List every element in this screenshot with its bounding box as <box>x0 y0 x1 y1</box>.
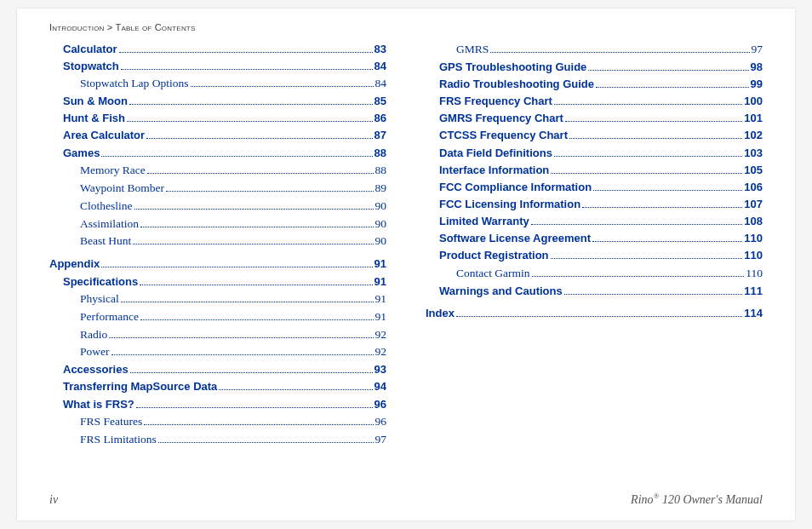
toc-label: GMRS Frequency Chart <box>439 110 563 127</box>
toc-page-number: 97 <box>375 431 387 449</box>
toc-entry[interactable]: Calculator83 <box>49 41 386 58</box>
toc-entry[interactable]: Clothesline90 <box>49 198 386 216</box>
toc-entry[interactable]: Interface Information105 <box>426 162 763 179</box>
document-page: Introduction > Table of Contents Calcula… <box>17 9 795 520</box>
toc-label: Beast Hunt <box>80 233 131 250</box>
breadcrumb: Introduction > Table of Contents <box>49 22 763 32</box>
toc-page-number: 106 <box>744 179 763 196</box>
toc-label: Hunt & Fish <box>63 110 125 127</box>
toc-entry[interactable]: Memory Race88 <box>49 162 386 180</box>
toc-entry[interactable]: Power92 <box>49 343 386 361</box>
toc-page-number: 83 <box>375 41 386 58</box>
toc-label: Warnings and Cautions <box>439 283 563 300</box>
toc-entry[interactable]: Warnings and Cautions111 <box>426 283 763 300</box>
toc-leader-dots <box>191 86 374 87</box>
toc-leader-dots <box>146 138 372 139</box>
toc-entry[interactable]: FRS Limitations97 <box>49 431 386 449</box>
toc-entry[interactable]: What is FRS?96 <box>49 396 386 413</box>
toc-page-number: 86 <box>375 110 386 127</box>
toc-leader-dots <box>490 52 749 53</box>
breadcrumb-section: Introduction <box>49 22 105 32</box>
toc-entry[interactable]: Accessories93 <box>49 361 386 378</box>
toc-label: What is FRS? <box>63 396 134 413</box>
toc-label: Specifications <box>63 273 138 290</box>
toc-leader-dots <box>121 69 373 70</box>
toc-entry[interactable]: Limited Warranty108 <box>426 213 763 230</box>
toc-label: Waypoint Bomber <box>80 180 164 198</box>
toc-entry[interactable]: Appendix91 <box>49 256 386 273</box>
toc-page-number: 91 <box>375 308 387 326</box>
toc-page-number: 88 <box>375 145 386 162</box>
toc-entry[interactable]: GMRS Frequency Chart101 <box>426 110 763 127</box>
toc-leader-dots <box>531 224 743 225</box>
toc-label: Area Calculator <box>63 127 145 144</box>
toc-page-number: 98 <box>751 59 763 76</box>
toc-page-number: 110 <box>744 230 763 247</box>
toc-page-number: 97 <box>752 41 763 59</box>
toc-label: Physical <box>80 290 119 308</box>
toc-entry[interactable]: FCC Compliance Information106 <box>426 179 763 196</box>
toc-entry[interactable]: FRS Frequency Chart100 <box>426 93 763 110</box>
toc-entry[interactable]: Assimilation90 <box>49 216 386 233</box>
toc-entry[interactable]: Data Field Definitions103 <box>426 145 763 162</box>
toc-entry[interactable]: Area Calculator87 <box>49 127 386 144</box>
toc-leader-dots <box>134 209 374 210</box>
toc-page-number: 92 <box>375 326 387 344</box>
toc-leader-dots <box>564 294 743 295</box>
toc-label: Product Registration <box>439 247 549 264</box>
toc-leader-dots <box>130 372 373 373</box>
toc-entry[interactable]: Hunt & Fish86 <box>49 110 386 127</box>
toc-entry[interactable]: FCC Licensing Information107 <box>426 196 763 213</box>
toc-entry[interactable]: CTCSS Frequency Chart102 <box>426 127 763 144</box>
toc-entry[interactable]: Stopwatch Lap Options84 <box>49 75 386 93</box>
toc-entry[interactable]: Index114 <box>426 305 763 322</box>
toc-page-number: 111 <box>744 283 763 300</box>
toc-page-number: 110 <box>746 265 763 283</box>
toc-page-number: 114 <box>744 305 763 322</box>
toc-label: FRS Features <box>80 413 142 431</box>
toc-page-number: 91 <box>375 273 386 290</box>
toc-leader-dots <box>140 227 373 227</box>
toc-page-number: 94 <box>375 378 386 395</box>
toc-entry[interactable]: GMRS97 <box>426 41 763 59</box>
toc-page-number: 90 <box>375 233 387 250</box>
toc-entry[interactable]: Sun & Moon85 <box>49 93 386 110</box>
toc-leader-dots <box>121 302 374 302</box>
toc-leader-dots <box>219 389 372 390</box>
toc-entry[interactable]: Beast Hunt90 <box>49 233 386 250</box>
toc-label: Accessories <box>63 361 129 378</box>
toc-leader-dots <box>569 138 742 139</box>
toc-entry[interactable]: GPS Troubleshooting Guide98 <box>426 59 763 76</box>
toc-leader-dots <box>554 156 742 157</box>
toc-entry[interactable]: Radio92 <box>49 326 386 344</box>
toc-leader-dots <box>592 241 742 242</box>
toc-label: GPS Troubleshooting Guide <box>439 59 586 76</box>
toc-entry[interactable]: Waypoint Bomber89 <box>49 180 386 198</box>
toc-entry[interactable]: Software License Agreement110 <box>426 230 763 247</box>
toc-entry[interactable]: Performance91 <box>49 308 386 326</box>
toc-entry[interactable]: Radio Troubleshooting Guide99 <box>426 76 763 93</box>
toc-page-number: 110 <box>744 247 763 264</box>
toc-entry[interactable]: Physical91 <box>49 290 386 308</box>
page-number: iv <box>49 493 58 507</box>
toc-label: FRS Limitations <box>80 431 157 449</box>
toc-page-number: 84 <box>375 75 387 93</box>
toc-page-number: 103 <box>744 145 763 162</box>
toc-page-number: 96 <box>375 413 387 431</box>
toc-label: Performance <box>80 308 139 326</box>
toc-leader-dots <box>140 319 374 320</box>
toc-page-number: 89 <box>375 180 387 198</box>
toc-entry[interactable]: Contact Garmin110 <box>426 265 763 283</box>
toc-leader-dots <box>551 258 743 259</box>
toc-entry[interactable]: FRS Features96 <box>49 413 386 431</box>
toc-page-number: 96 <box>375 396 386 413</box>
toc-entry[interactable]: Games88 <box>49 145 386 162</box>
toc-entry[interactable]: Product Registration110 <box>426 247 763 264</box>
toc-entry[interactable]: Specifications91 <box>49 273 386 290</box>
toc-entry[interactable]: Transferring MapSource Data94 <box>49 378 386 395</box>
toc-page-number: 101 <box>744 110 763 127</box>
toc-entry[interactable]: Stopwatch84 <box>49 58 386 75</box>
toc-page-number: 84 <box>375 58 386 75</box>
toc-leader-dots <box>596 87 749 88</box>
toc-label: Stopwatch Lap Options <box>80 75 189 93</box>
